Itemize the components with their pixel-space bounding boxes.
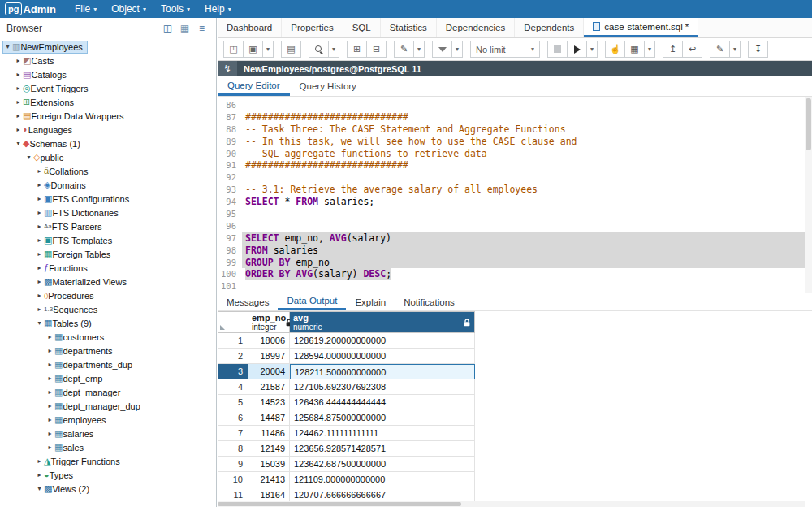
- tree-item-functions[interactable]: ▸ƒFunctions: [0, 261, 216, 275]
- tree-item-fts-parsers[interactable]: ▸AaFTS Parsers: [0, 219, 216, 233]
- chevron-right-icon[interactable]: ▸: [35, 250, 44, 258]
- tab-query-history[interactable]: Query History: [290, 76, 366, 96]
- cell-emp_no[interactable]: 20004: [248, 364, 290, 379]
- cell-emp_no[interactable]: 14487: [248, 410, 290, 426]
- scrollbar-thumb[interactable]: [218, 502, 461, 506]
- chevron-right-icon[interactable]: ▸: [35, 264, 44, 271]
- find-button-dropdown[interactable]: ▾: [328, 41, 339, 58]
- tree-item-event-triggers[interactable]: ▸◎Event Triggers: [0, 81, 216, 95]
- chevron-right-icon[interactable]: ▸: [35, 167, 44, 175]
- commit-button[interactable]: ↥: [663, 41, 683, 58]
- execute-button-dropdown[interactable]: ▾: [586, 41, 598, 58]
- row-number[interactable]: 8: [218, 441, 248, 457]
- tree-item-dept-manager-dup[interactable]: ▸▦dept_manager_dup: [0, 399, 216, 413]
- row-number[interactable]: 3: [218, 364, 248, 379]
- chevron-right-icon[interactable]: ▸: [14, 57, 23, 64]
- row-number[interactable]: 6: [218, 410, 248, 426]
- editor-vertical-scrollbar[interactable]: [805, 97, 812, 292]
- cell-avg[interactable]: 123656.928571428571: [290, 441, 475, 457]
- tab-dependents[interactable]: Dependents: [515, 18, 584, 37]
- row-number[interactable]: 1: [218, 333, 248, 349]
- chevron-right-icon[interactable]: ▸: [35, 236, 44, 244]
- find-button[interactable]: [309, 41, 329, 58]
- chevron-right-icon[interactable]: ▸: [45, 333, 54, 340]
- tree-item-salaries[interactable]: ▸▦salaries: [0, 427, 216, 440]
- cell-avg[interactable]: 125684.875000000000: [290, 410, 475, 426]
- edit-button[interactable]: ✎: [394, 41, 414, 58]
- chevron-right-icon[interactable]: ▸: [45, 402, 54, 410]
- chevron-right-icon[interactable]: ▸: [35, 292, 44, 299]
- grid-icon[interactable]: ▦: [177, 23, 192, 34]
- save-button[interactable]: ▣: [243, 41, 263, 58]
- tree-item-departments-dup[interactable]: ▸▦departments_dup: [0, 358, 216, 371]
- tree-item-fts-configurations[interactable]: ▸▣FTS Configurations: [0, 192, 216, 206]
- tree-item-sequences[interactable]: ▸1.3Sequences: [0, 302, 216, 316]
- cell-emp_no[interactable]: 11486: [248, 426, 290, 441]
- column-header-emp-no[interactable]: emp_nointeger: [248, 311, 290, 333]
- macro-button[interactable]: ✎: [710, 41, 730, 58]
- tab-dependencies[interactable]: Dependencies: [437, 18, 516, 37]
- chevron-right-icon[interactable]: ▸: [45, 375, 54, 382]
- execute-button[interactable]: [567, 41, 587, 58]
- chevron-right-icon[interactable]: ▸: [35, 223, 44, 230]
- row-number[interactable]: 7: [218, 426, 248, 441]
- cell-avg[interactable]: 128619.200000000000: [290, 333, 475, 349]
- cell-emp_no[interactable]: 14523: [248, 395, 290, 410]
- tree-item-foreign-data-wrappers[interactable]: ▸▤Foreign Data Wrappers: [0, 109, 216, 123]
- chevron-right-icon[interactable]: ▸: [35, 471, 44, 479]
- cell-avg[interactable]: 127105.692307692308: [290, 379, 475, 395]
- tab-messages[interactable]: Messages: [218, 293, 278, 310]
- tree-item-public[interactable]: ▾◇public: [0, 150, 216, 164]
- chevron-right-icon[interactable]: ▸: [35, 278, 44, 285]
- cell-avg[interactable]: 124462.111111111111: [290, 426, 475, 441]
- edit-button-dropdown[interactable]: ▾: [413, 41, 425, 58]
- tree-item-trigger-functions[interactable]: ▸◮Trigger Functions: [0, 454, 216, 468]
- panels-icon[interactable]: ◫: [160, 23, 175, 34]
- save-button-dropdown[interactable]: ▾: [262, 41, 274, 58]
- cell-emp_no[interactable]: 12149: [248, 441, 290, 457]
- tree-item-fts-templates[interactable]: ▸▣FTS Templates: [0, 233, 216, 247]
- copy-rows-button[interactable]: ▤: [281, 41, 301, 58]
- chevron-down-icon[interactable]: ▾: [35, 319, 44, 327]
- chevron-right-icon[interactable]: ▸: [14, 98, 23, 106]
- filter-button-dropdown[interactable]: ▾: [451, 41, 463, 58]
- chevron-right-icon[interactable]: ▸: [45, 430, 54, 437]
- row-limit-select[interactable]: No limit ▾: [470, 41, 540, 58]
- tab-query-editor[interactable]: Query Editor: [218, 76, 290, 96]
- chevron-down-icon[interactable]: ▾: [3, 43, 12, 50]
- tree-item-employees[interactable]: ▸▦employees: [0, 413, 216, 427]
- tree-item-casts[interactable]: ▸◩Casts: [0, 54, 216, 67]
- sql-editor[interactable]: 8687#############################88-- Ta…: [218, 97, 812, 292]
- cell-avg[interactable]: 126436.444444444444: [290, 395, 475, 410]
- chevron-down-icon[interactable]: ▾: [14, 140, 23, 147]
- explain-analyze-button[interactable]: ▦: [624, 41, 645, 58]
- paste-button[interactable]: ⊟: [366, 41, 387, 58]
- chevron-right-icon[interactable]: ▸: [35, 181, 44, 188]
- download-csv-button[interactable]: ↧: [748, 41, 768, 58]
- chevron-down-icon[interactable]: ▾: [35, 485, 44, 492]
- chevron-right-icon[interactable]: ▸: [14, 71, 23, 78]
- stop-button[interactable]: [547, 41, 568, 58]
- scrollbar-thumb[interactable]: [806, 98, 811, 150]
- tree-item-procedures[interactable]: ▸()Procedures: [0, 288, 216, 302]
- tree-item-collations[interactable]: ▸äCollations: [0, 164, 216, 178]
- tree-item-views-2[interactable]: ▾▩Views (2): [0, 482, 216, 496]
- explain-button[interactable]: ☝: [605, 41, 625, 58]
- grid-horizontal-scrollbar[interactable]: [218, 501, 805, 507]
- chevron-right-icon[interactable]: ▸: [45, 416, 54, 423]
- tree-item-fts-dictionaries[interactable]: ▸▥FTS Dictionaries: [0, 206, 216, 219]
- tree-item-schemas-1[interactable]: ▾◆Schemas (1): [0, 136, 216, 150]
- column-header-avg[interactable]: avgnumeric: [290, 311, 475, 333]
- tree-item-dept-manager[interactable]: ▸▦dept_manager: [0, 385, 216, 399]
- row-number[interactable]: 9: [218, 457, 248, 472]
- row-number[interactable]: 4: [218, 379, 248, 395]
- tab-explain[interactable]: Explain: [346, 293, 395, 310]
- tab-sql[interactable]: SQL: [343, 18, 381, 37]
- tab-statistics[interactable]: Statistics: [381, 18, 437, 37]
- row-number[interactable]: 10: [218, 472, 248, 488]
- rollback-button[interactable]: ↩: [682, 41, 702, 58]
- chevron-right-icon[interactable]: ▸: [14, 112, 23, 119]
- tree-item-newemployees[interactable]: ▾▥NewEmployees: [0, 40, 216, 54]
- filter-button[interactable]: [432, 41, 452, 58]
- row-number[interactable]: 5: [218, 395, 248, 410]
